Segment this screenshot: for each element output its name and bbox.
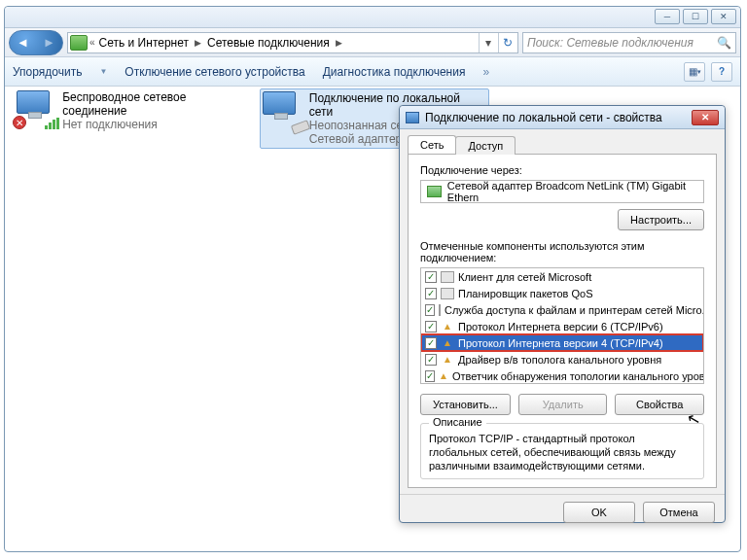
checkbox[interactable]: ✓	[425, 271, 437, 283]
configure-button[interactable]: Настроить...	[618, 209, 704, 230]
tab-access[interactable]: Доступ	[455, 136, 516, 155]
component-row[interactable]: ✓Служба доступа к файлам и принтерам сет…	[421, 301, 703, 318]
component-label: Клиент для сетей Microsoft	[458, 271, 591, 283]
component-row[interactable]: ✓▲Протокол Интернета версии 6 (TCP/IPv6)	[421, 318, 703, 334]
connection-item-wireless[interactable]: ✕ Беспроводное сетевое соединение Нет по…	[17, 90, 250, 131]
dialog-close-button[interactable]: ✕	[692, 110, 719, 125]
connection-status: Нет подключения	[62, 118, 250, 131]
component-label: Драйвер в/в тополога канального уровня	[458, 354, 661, 366]
dialog-icon	[406, 112, 419, 123]
explorer-titlebar[interactable]: ─ ☐ ✕	[5, 7, 740, 28]
remove-button[interactable]: Удалить	[518, 394, 608, 415]
install-button[interactable]: Установить...	[420, 394, 511, 415]
close-button[interactable]: ✕	[711, 9, 736, 24]
breadcrumb[interactable]: « Сеть и Интернет ▶ Сетевые подключения …	[67, 32, 518, 53]
overflow-icon[interactable]: »	[482, 65, 489, 79]
crumb-2[interactable]: Сетевые подключения	[205, 36, 332, 50]
tab-network[interactable]: Сеть	[408, 135, 456, 154]
disable-device-button[interactable]: Отключение сетевого устройства	[124, 65, 304, 79]
component-label: Служба доступа к файлам и принтерам сете…	[445, 304, 704, 316]
dialog-footer: OK Отмена	[400, 494, 725, 529]
checkbox[interactable]: ✓	[425, 288, 437, 299]
minimize-button[interactable]: ─	[655, 9, 680, 24]
adapter-name: Сетевой адаптер Broadcom NetLink (TM) Gi…	[447, 180, 697, 203]
search-placeholder: Поиск: Сетевые подключения	[527, 36, 694, 50]
monitor-icon	[17, 90, 50, 114]
view-button[interactable]: ▦▾	[684, 62, 705, 82]
diagnose-button[interactable]: Диагностика подключения	[323, 65, 466, 79]
crumb-1[interactable]: Сеть и Интернет	[97, 36, 191, 50]
service-icon	[441, 288, 454, 299]
component-row[interactable]: ✓▲Драйвер в/в тополога канального уровня	[421, 351, 703, 368]
component-row[interactable]: ✓Клиент для сетей Microsoft	[421, 268, 703, 285]
toolbar: Упорядочить ▼ Отключение сетевого устрой…	[5, 57, 740, 87]
organize-menu[interactable]: Упорядочить	[13, 65, 82, 79]
back-icon: ◄	[17, 35, 29, 50]
checkbox[interactable]: ✓	[425, 321, 437, 332]
chevron-right-icon: ▶	[193, 38, 203, 48]
ok-button[interactable]: OK	[563, 502, 635, 523]
description-title: Описание	[429, 416, 486, 428]
monitor-icon	[263, 91, 296, 115]
cancel-button[interactable]: Отмена	[643, 502, 715, 523]
description-text: Протокол TCP/IP - стандартный протокол г…	[429, 432, 695, 472]
service-icon	[441, 271, 454, 283]
description-group: Описание Протокол TCP/IP - стандартный п…	[420, 423, 704, 479]
component-row[interactable]: ✓▲Ответчик обнаружения топологии канальн…	[421, 368, 703, 384]
maximize-button[interactable]: ☐	[683, 9, 708, 24]
protocol-icon: ▲	[441, 354, 454, 366]
component-label: Протокол Интернета версии 4 (TCP/IPv4)	[458, 337, 663, 349]
component-row[interactable]: ✓Планировщик пакетов QoS	[421, 285, 703, 301]
navbar: ◄ ► « Сеть и Интернет ▶ Сетевые подключе…	[5, 28, 740, 57]
protocol-icon: ▲	[439, 370, 448, 382]
connect-via-label: Подключение через:	[420, 164, 704, 176]
component-label: Планировщик пакетов QoS	[458, 288, 593, 299]
component-label: Протокол Интернета версии 6 (TCP/IPv6)	[458, 321, 663, 332]
checkbox[interactable]: ✓	[425, 354, 437, 366]
properties-dialog: Подключение по локальной сети - свойства…	[399, 105, 726, 523]
dialog-title: Подключение по локальной сети - свойства	[425, 111, 686, 124]
checkbox[interactable]: ✓	[425, 370, 435, 382]
signal-bars-icon	[45, 118, 60, 129]
checkbox[interactable]: ✓	[425, 337, 437, 349]
search-input[interactable]: Поиск: Сетевые подключения 🔍	[522, 32, 736, 53]
chevron-right-icon: ▶	[334, 38, 344, 48]
dialog-titlebar[interactable]: Подключение по локальной сети - свойства…	[400, 106, 725, 129]
service-icon	[439, 304, 441, 316]
protocol-icon: ▲	[441, 337, 454, 349]
location-icon	[70, 35, 88, 51]
connection-name: Беспроводное сетевое соединение	[62, 90, 250, 118]
breadcrumb-dropdown[interactable]: ▾	[479, 33, 496, 52]
forward-icon: ►	[43, 35, 55, 50]
refresh-button[interactable]: ↻	[498, 33, 516, 52]
protocol-icon: ▲	[441, 321, 454, 332]
disconnected-icon: ✕	[13, 116, 26, 129]
tab-strip: Сеть Доступ	[400, 129, 725, 154]
checkbox[interactable]: ✓	[425, 304, 435, 316]
adapter-field: Сетевой адаптер Broadcom NetLink (TM) Gi…	[420, 180, 704, 203]
components-list[interactable]: ✓Клиент для сетей Microsoft✓Планировщик …	[420, 267, 704, 384]
nav-back-forward[interactable]: ◄ ►	[9, 30, 63, 55]
properties-button[interactable]: Свойства	[615, 394, 704, 415]
components-label: Отмеченные компоненты используются этим …	[420, 240, 704, 263]
search-icon: 🔍	[717, 36, 731, 50]
tab-panel: Подключение через: Сетевой адаптер Broad…	[408, 154, 717, 488]
component-row[interactable]: ✓▲Протокол Интернета версии 4 (TCP/IPv4)	[421, 334, 703, 351]
component-label: Ответчик обнаружения топологии канальног…	[452, 370, 704, 382]
help-button[interactable]: ?	[711, 62, 732, 82]
plug-icon	[291, 120, 310, 135]
nic-icon	[427, 186, 442, 197]
